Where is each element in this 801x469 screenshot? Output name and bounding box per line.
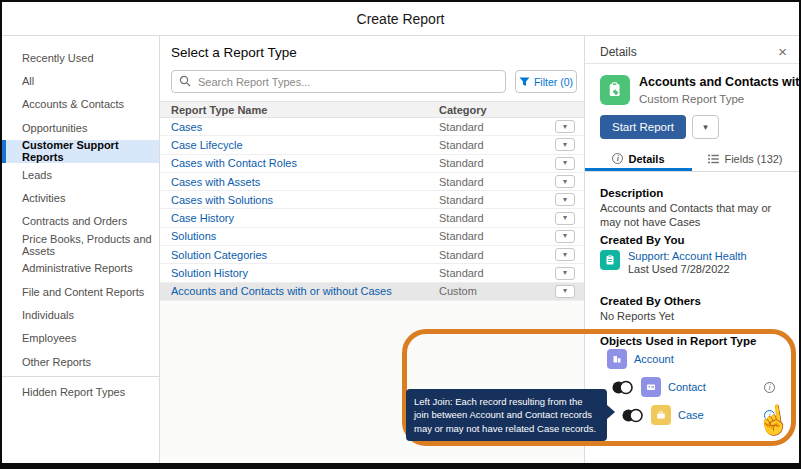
- sidebar-item-label: Contracts and Orders: [22, 215, 127, 227]
- sidebar-item[interactable]: Other Reports: [2, 350, 159, 373]
- sidebar-item-label: Employees: [22, 332, 76, 344]
- filter-button-label: Filter (0): [534, 76, 573, 88]
- report-type-link[interactable]: Solutions: [171, 230, 439, 242]
- report-type-link[interactable]: Case Lifecycle: [171, 139, 439, 151]
- sidebar-item[interactable]: Opportunities: [2, 116, 159, 139]
- close-icon[interactable]: ×: [778, 44, 787, 59]
- start-report-button[interactable]: Start Report: [600, 115, 686, 139]
- search-icon: [179, 75, 191, 87]
- created-by-you-heading: Created By You: [600, 234, 685, 246]
- report-type-row[interactable]: Accounts and Contacts with or without Ca…: [160, 283, 584, 301]
- report-type-link[interactable]: Case History: [171, 212, 439, 224]
- case-icon: [651, 405, 671, 425]
- row-actions-dropdown-button[interactable]: ▾: [555, 138, 575, 151]
- report-type-row[interactable]: Case History Standard ▾: [160, 209, 584, 227]
- account-icon: [607, 349, 627, 369]
- sidebar-item-hidden-report-types[interactable]: Hidden Report Types: [2, 380, 159, 403]
- row-actions-dropdown-button[interactable]: ▾: [555, 248, 575, 261]
- row-actions-dropdown-button[interactable]: ▾: [555, 267, 575, 280]
- sidebar-item[interactable]: Employees: [2, 327, 159, 350]
- report-type-link[interactable]: Accounts and Contacts with or without Ca…: [171, 285, 439, 297]
- chevron-down-icon: ▾: [563, 269, 567, 277]
- sidebar-item[interactable]: Individuals: [2, 303, 159, 326]
- tab-details[interactable]: i Details: [585, 146, 692, 171]
- description-heading: Description: [600, 187, 663, 199]
- left-join-tooltip: Left Join: Each record resulting from th…: [406, 389, 607, 441]
- report-type-category: Standard: [439, 121, 555, 133]
- details-panel-title: Details: [600, 45, 637, 59]
- object-row-contact: Contact i: [611, 377, 779, 397]
- object-case-link[interactable]: Case: [678, 409, 704, 421]
- object-contact-link[interactable]: Contact: [668, 381, 706, 393]
- report-type-category: Standard: [439, 157, 555, 169]
- report-type-link[interactable]: Cases: [171, 121, 439, 133]
- report-type-row[interactable]: Case Lifecycle Standard ▾: [160, 136, 584, 154]
- contact-join-info-icon[interactable]: i: [764, 382, 775, 393]
- info-icon: i: [612, 153, 623, 164]
- report-type-category: Standard: [439, 139, 555, 151]
- created-by-others-heading: Created By Others: [600, 295, 701, 307]
- description-text: Accounts and Contacts that may or may no…: [600, 201, 781, 230]
- tab-details-label: Details: [628, 153, 664, 165]
- report-type-link[interactable]: Cases with Contact Roles: [171, 157, 439, 169]
- tab-fields[interactable]: Fields (132): [692, 146, 799, 171]
- panel-divider: [585, 63, 799, 64]
- report-type-row[interactable]: Cases with Contact Roles Standard ▾: [160, 155, 584, 173]
- sidebar-item[interactable]: Accounts & Contacts: [2, 93, 159, 116]
- sidebar-item-label: Individuals: [22, 309, 74, 321]
- chevron-down-icon: ▾: [563, 141, 567, 149]
- row-actions-dropdown-button[interactable]: ▾: [555, 193, 575, 206]
- report-type-row[interactable]: Cases Standard ▾: [160, 118, 584, 136]
- report-type-row[interactable]: Solutions Standard ▾: [160, 228, 584, 246]
- object-account-link[interactable]: Account: [634, 353, 674, 365]
- report-type-link[interactable]: Cases with Solutions: [171, 194, 439, 206]
- sidebar-item[interactable]: Activities: [2, 186, 159, 209]
- filter-button[interactable]: Filter (0): [515, 70, 577, 93]
- sidebar-item-label: Accounts & Contacts: [22, 98, 124, 110]
- table-header: Report Type Name Category: [160, 101, 584, 118]
- sidebar-item[interactable]: Leads: [2, 163, 159, 186]
- row-actions-dropdown-button[interactable]: ▾: [555, 212, 575, 225]
- last-used-text: Last Used 7/28/2022: [628, 263, 747, 275]
- report-type-link[interactable]: Cases with Assets: [171, 176, 439, 188]
- report-icon: [600, 250, 620, 270]
- selected-report-type-title: Accounts and Contacts with or ...: [639, 75, 801, 91]
- search-box: [171, 70, 506, 93]
- row-actions-dropdown-button[interactable]: ▾: [555, 157, 575, 170]
- row-actions-dropdown-button[interactable]: ▾: [555, 285, 575, 298]
- category-sidebar: Recently Used All Accounts & Contacts Op…: [2, 36, 160, 463]
- report-type-category: Standard: [439, 176, 555, 188]
- report-type-category: Custom: [439, 285, 555, 297]
- report-type-link[interactable]: Solution Categories: [171, 249, 439, 261]
- column-category: Category: [439, 104, 555, 116]
- create-report-dialog: Create Report Recently Used All Accounts…: [0, 0, 801, 469]
- row-actions-dropdown-button[interactable]: ▾: [555, 120, 575, 133]
- chevron-down-icon: ▾: [563, 251, 567, 259]
- report-type-link[interactable]: Solution History: [171, 267, 439, 279]
- report-type-row[interactable]: Cases with Assets Standard ▾: [160, 173, 584, 191]
- sidebar-item-label: Activities: [22, 192, 65, 204]
- picker-header: Select a Report Type Filter (0): [160, 36, 584, 101]
- report-type-category: Standard: [439, 212, 555, 224]
- sidebar-item[interactable]: All: [2, 69, 159, 92]
- filter-icon: [519, 77, 530, 87]
- report-type-row[interactable]: Solution History Standard ▾: [160, 264, 584, 282]
- sidebar-item[interactable]: Contracts and Orders: [2, 210, 159, 233]
- start-report-dropdown-button[interactable]: ▾: [692, 115, 719, 139]
- sidebar-item[interactable]: Price Books, Products and Assets: [2, 233, 159, 256]
- report-type-category: Standard: [439, 267, 555, 279]
- report-type-category: Standard: [439, 194, 555, 206]
- row-actions-dropdown-button[interactable]: ▾: [555, 230, 575, 243]
- sidebar-item[interactable]: Customer Support Reports: [2, 140, 159, 163]
- report-type-row[interactable]: Solution Categories Standard ▾: [160, 246, 584, 264]
- report-type-row[interactable]: Cases with Solutions Standard ▾: [160, 191, 584, 209]
- report-type-category: Standard: [439, 230, 555, 242]
- sidebar-item[interactable]: Administrative Reports: [2, 257, 159, 280]
- sidebar-item[interactable]: File and Content Reports: [2, 280, 159, 303]
- chevron-down-icon: ▾: [703, 122, 708, 132]
- sidebar-item[interactable]: Recently Used: [2, 46, 159, 69]
- row-actions-dropdown-button[interactable]: ▾: [555, 175, 575, 188]
- picker-heading: Select a Report Type: [171, 45, 577, 60]
- created-report-link[interactable]: Support: Account Health: [628, 250, 747, 262]
- search-input[interactable]: [171, 70, 506, 93]
